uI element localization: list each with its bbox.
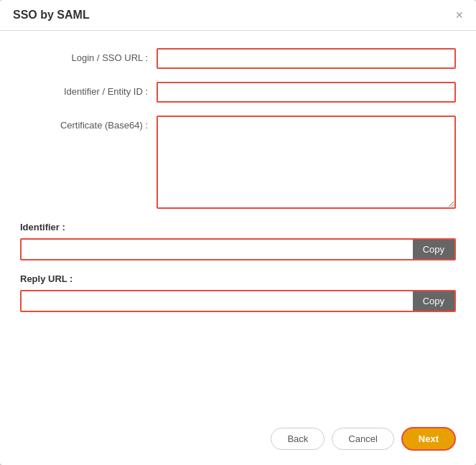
certificate-group: Certificate (Base64) : — [20, 116, 456, 209]
modal-header: SSO by SAML × — [0, 0, 476, 31]
reply-url-field-input[interactable] — [22, 291, 413, 311]
identifier-field-wrapper: Copy — [20, 238, 456, 260]
entity-id-label: Identifier / Entity ID : — [20, 82, 157, 97]
certificate-label: Certificate (Base64) : — [20, 116, 157, 131]
reply-url-section-label: Reply URL : — [20, 273, 456, 284]
back-button[interactable]: Back — [271, 428, 325, 450]
close-button[interactable]: × — [455, 9, 463, 22]
copy-reply-url-button[interactable]: Copy — [413, 291, 454, 311]
certificate-textarea[interactable] — [157, 116, 456, 209]
reply-url-field-wrapper: Copy — [20, 290, 456, 312]
copy-identifier-button[interactable]: Copy — [413, 240, 454, 259]
identifier-section-label: Identifier : — [20, 222, 456, 232]
modal-title: SSO by SAML — [13, 9, 90, 22]
login-url-group: Login / SSO URL : — [20, 48, 456, 69]
entity-id-group: Identifier / Entity ID : — [20, 82, 456, 103]
entity-id-input[interactable] — [157, 82, 456, 103]
cancel-button[interactable]: Cancel — [332, 428, 393, 450]
modal-body: Login / SSO URL : Identifier / Entity ID… — [0, 31, 476, 418]
modal-container: SSO by SAML × Login / SSO URL : Identifi… — [0, 0, 476, 465]
next-button[interactable]: Next — [401, 427, 456, 451]
login-url-input[interactable] — [157, 48, 456, 69]
login-url-label: Login / SSO URL : — [20, 48, 157, 63]
modal-footer: Back Cancel Next — [0, 418, 476, 465]
identifier-field-input[interactable] — [22, 240, 413, 259]
